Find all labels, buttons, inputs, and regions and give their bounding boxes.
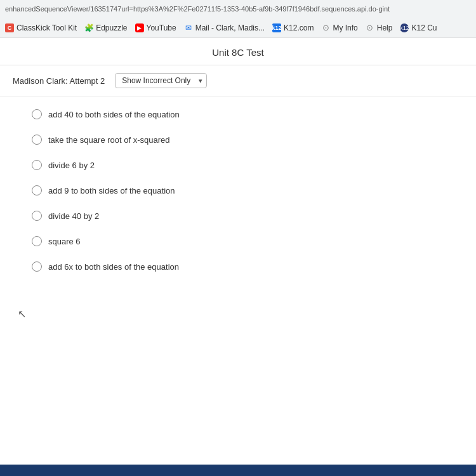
edpuzzle-icon: 🧩 [84,23,93,32]
bookmark-help[interactable]: ⊙ Help [366,23,393,32]
k12cu-icon: k12 [400,23,409,32]
bookmark-k12com-label: K12.com [284,23,314,32]
k12com-icon: k12 [272,23,281,32]
bookmark-youtube-label: YouTube [147,23,176,32]
radio-q7[interactable] [32,261,42,272]
help-icon: ⊙ [366,23,374,32]
question-option-4[interactable]: add 9 to both sides of the equation [32,185,457,195]
question-option-3[interactable]: divide 6 by 2 [32,160,457,170]
question-option-6[interactable]: square 6 [32,236,457,246]
url-text: enhancedSequenceViewer/16351747url=https… [5,5,390,13]
classkick-icon: C [5,23,14,32]
radio-q6[interactable] [32,236,42,246]
bookmark-help-label: Help [377,23,393,32]
radio-q3[interactable] [32,160,42,170]
bookmark-classkick[interactable]: C ClassKick Tool Kit [5,23,77,32]
bookmark-k12cu-label: K12 Cu [411,23,437,32]
bookmark-edpuzzle-label: Edpuzzle [96,23,127,32]
radio-q2[interactable] [32,135,42,145]
bottom-bar [0,465,476,476]
questions-area: add 40 to both sides of the equation tak… [0,96,476,284]
bookmark-k12com[interactable]: k12 K12.com [272,23,314,32]
question-option-5[interactable]: divide 40 by 2 [32,211,457,221]
radio-q4[interactable] [32,185,42,195]
option-text-q2: take the square root of x-squared [48,135,170,145]
student-bar: Madison Clark: Attempt 2 Show Incorrect … [0,65,476,96]
bookmark-k12cu[interactable]: k12 K12 Cu [400,23,437,32]
student-name: Madison Clark: Attempt 2 [13,76,105,86]
main-content: Unit 8C Test Madison Clark: Attempt 2 Sh… [0,38,476,476]
youtube-icon: ▶ [135,23,144,32]
bookmark-mail-label: Mail - Clark, Madis... [195,23,265,32]
option-text-q5: divide 40 by 2 [48,211,99,221]
bookmark-myinfo[interactable]: ⊙ My Info [321,23,357,32]
option-text-q6: square 6 [48,237,81,246]
bookmark-myinfo-label: My Info [333,23,357,32]
question-option-1[interactable]: add 40 to both sides of the equation [32,109,457,119]
option-text-q7: add 6x to both sides of the equation [48,262,179,272]
test-title-bar: Unit 8C Test [0,38,476,65]
cursor-indicator: ↖ [18,308,26,320]
bookmark-edpuzzle[interactable]: 🧩 Edpuzzle [84,23,127,32]
test-title: Unit 8C Test [212,47,263,58]
radio-q1[interactable] [32,109,42,119]
myinfo-icon: ⊙ [321,23,330,32]
filter-dropdown[interactable]: Show Incorrect Only Show All Show Correc… [115,73,207,88]
mail-icon: ✉ [184,23,193,32]
radio-q5[interactable] [32,211,42,221]
bookmark-youtube[interactable]: ▶ YouTube [135,23,176,32]
option-text-q4: add 9 to both sides of the equation [48,186,175,195]
bookmarks-bar: C ClassKick Tool Kit 🧩 Edpuzzle ▶ YouTub… [0,18,476,38]
filter-dropdown-wrapper[interactable]: Show Incorrect Only Show All Show Correc… [115,73,207,88]
address-bar[interactable]: enhancedSequenceViewer/16351747url=https… [0,0,476,18]
option-text-q3: divide 6 by 2 [48,161,95,170]
bookmark-mail[interactable]: ✉ Mail - Clark, Madis... [184,23,265,32]
bookmark-classkick-label: ClassKick Tool Kit [17,23,77,32]
question-option-2[interactable]: take the square root of x-squared [32,135,457,145]
question-option-7[interactable]: add 6x to both sides of the equation [32,261,457,272]
option-text-q1: add 40 to both sides of the equation [48,110,180,119]
